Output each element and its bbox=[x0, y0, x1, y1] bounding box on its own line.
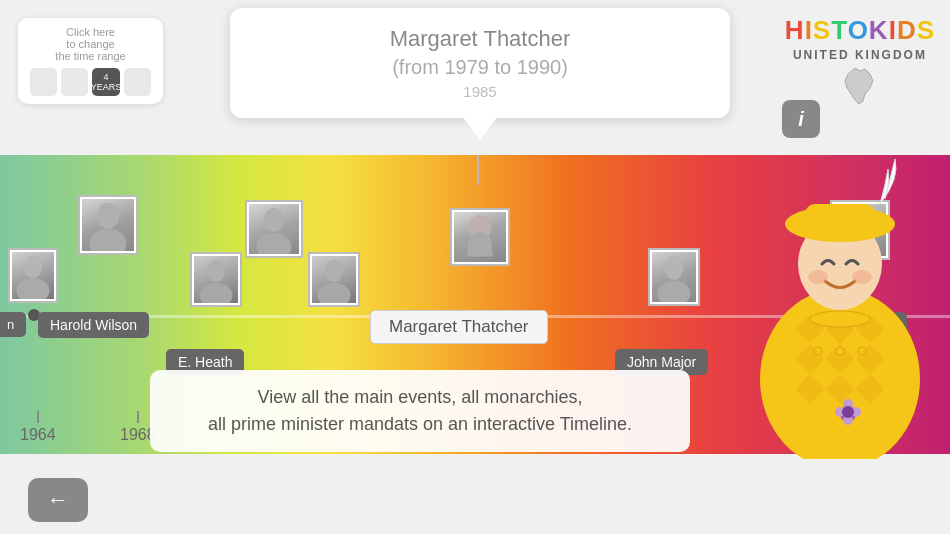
pm-label-partial[interactable]: n bbox=[0, 312, 26, 337]
info-popup: Margaret Thatcher (from 1979 to 1990) 19… bbox=[230, 8, 730, 118]
svg-point-6 bbox=[207, 260, 225, 282]
svg-point-9 bbox=[318, 283, 351, 303]
svg-point-40 bbox=[836, 347, 844, 355]
svg-point-32 bbox=[810, 311, 870, 327]
photo-heath-upper[interactable] bbox=[245, 200, 303, 258]
info-button[interactable]: i bbox=[782, 100, 820, 138]
svg-point-0 bbox=[97, 203, 119, 229]
popup-name: Margaret Thatcher bbox=[260, 26, 700, 52]
bottom-area bbox=[0, 454, 950, 534]
time-range-selector[interactable]: Click hereto changethe time range 4 YEAR… bbox=[18, 18, 163, 104]
photo-mid[interactable] bbox=[308, 252, 360, 307]
bottom-line2: all prime minister mandats on an interac… bbox=[208, 414, 632, 434]
year-1964: 1964 bbox=[20, 411, 56, 444]
svg-point-1 bbox=[89, 229, 126, 251]
pm-label-harold-wilson[interactable]: Harold Wilson bbox=[38, 312, 149, 338]
svg-point-38 bbox=[842, 406, 854, 418]
photo-far-left[interactable] bbox=[8, 248, 58, 303]
logo: HISTOKIDS UNITED KINGDOM bbox=[785, 15, 935, 110]
svg-rect-29 bbox=[805, 204, 875, 226]
svg-point-41 bbox=[858, 347, 866, 355]
photo-heath-lower[interactable] bbox=[190, 252, 242, 307]
popup-pointer bbox=[477, 155, 479, 185]
logo-text: HISTOKIDS bbox=[785, 15, 935, 46]
svg-point-11 bbox=[665, 256, 683, 280]
time-range-label: Click hereto changethe time range bbox=[30, 26, 151, 62]
svg-point-39 bbox=[814, 347, 822, 355]
svg-point-31 bbox=[852, 270, 872, 284]
logo-subtitle: UNITED KINGDOM bbox=[785, 48, 935, 62]
svg-point-3 bbox=[17, 278, 50, 299]
svg-point-5 bbox=[256, 233, 291, 254]
time-btn-1y[interactable] bbox=[30, 68, 57, 96]
queen-character bbox=[740, 119, 940, 459]
back-button[interactable]: ← bbox=[28, 478, 88, 522]
time-btn-10y[interactable] bbox=[124, 68, 151, 96]
popup-years: (from 1979 to 1990) bbox=[260, 56, 700, 79]
svg-point-30 bbox=[808, 270, 828, 284]
svg-point-4 bbox=[264, 208, 284, 232]
time-range-buttons: 4 YEARS bbox=[30, 68, 151, 96]
pm-label-thatcher[interactable]: Margaret Thatcher bbox=[370, 310, 548, 344]
photo-wilson-upper[interactable] bbox=[78, 195, 138, 255]
bottom-message: View all the main events, all monarchies… bbox=[150, 370, 690, 452]
photo-major[interactable] bbox=[648, 248, 700, 306]
photo-thatcher[interactable] bbox=[450, 208, 510, 266]
svg-point-12 bbox=[658, 281, 691, 302]
svg-point-7 bbox=[200, 283, 233, 303]
time-btn-2y[interactable] bbox=[61, 68, 88, 96]
popup-current-year: 1985 bbox=[260, 83, 700, 100]
svg-point-2 bbox=[24, 256, 42, 278]
year-label-1964: 1964 bbox=[20, 426, 56, 444]
bottom-line1: View all the main events, all monarchies… bbox=[258, 387, 583, 407]
svg-point-8 bbox=[325, 260, 343, 282]
time-btn-4y[interactable]: 4 YEARS bbox=[92, 68, 120, 96]
